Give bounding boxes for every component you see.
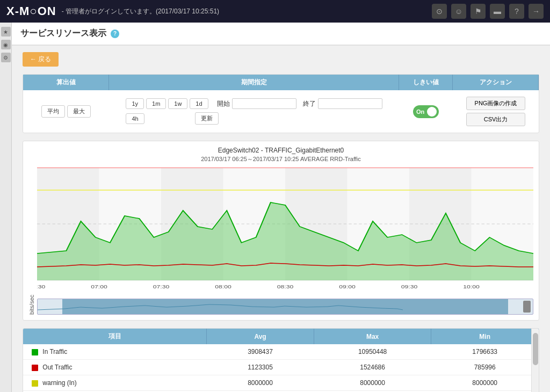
- shikii-cell: On: [399, 103, 453, 120]
- period-1w[interactable]: 1w: [168, 98, 187, 109]
- cell-avg: 8000000: [207, 375, 314, 391]
- flag-icon[interactable]: ⚑: [471, 4, 486, 19]
- header-kikan: 期間指定: [109, 75, 399, 90]
- row-color-dot: [32, 365, 38, 371]
- row-color-dot: [32, 380, 38, 387]
- svg-text:07:00: 07:00: [91, 284, 107, 289]
- end-input[interactable]: [318, 98, 382, 109]
- col-header-min: Min: [431, 329, 539, 344]
- svg-text:08:00: 08:00: [215, 284, 231, 289]
- user-icon[interactable]: ☺: [451, 4, 466, 19]
- start-input[interactable]: [232, 98, 296, 109]
- period-4h[interactable]: 4h: [126, 113, 144, 124]
- scrollbar-thumb[interactable]: [533, 333, 538, 365]
- col-header-item: 項目: [23, 329, 207, 344]
- start-label: 開始: [217, 99, 230, 108]
- svg-text:08:30: 08:30: [277, 284, 294, 289]
- cell-label: In Traffic: [23, 344, 207, 360]
- control-panel: 算出値 期間指定 しきい値 アクション 平均 最大 1y 1m: [23, 74, 539, 133]
- sidebar-eye-icon[interactable]: ◉: [1, 40, 11, 49]
- logout-icon[interactable]: →: [529, 4, 544, 19]
- png-button[interactable]: PNG画像の作成: [466, 97, 525, 110]
- svg-text:07:30: 07:30: [153, 284, 170, 289]
- header-subtitle: - 管理者がログインしています。(2017/03/17 10:25:51): [62, 7, 219, 16]
- header-shikii: しきい値: [399, 75, 453, 90]
- help-icon[interactable]: ?: [509, 4, 524, 19]
- table-row: Out Traffic 1123305 1524686 785996: [23, 360, 539, 375]
- logo: X-M○ON: [6, 4, 56, 18]
- table-scrollbar[interactable]: [531, 329, 539, 392]
- cell-min: 1796633: [431, 344, 539, 360]
- table-body: In Traffic 3908437 10950448 1796633 Out …: [23, 344, 539, 392]
- svg-text:06:30: 06:30: [37, 284, 45, 289]
- header-icons: ⊙ ☺ ⚑ ▬ ? →: [432, 4, 544, 19]
- threshold-toggle[interactable]: On: [413, 105, 439, 118]
- page-title-bar: サービスリソース表示 ?: [12, 23, 550, 46]
- cell-avg: 3908437: [207, 344, 314, 360]
- range-slider[interactable]: [37, 299, 533, 315]
- chart-svg-area: 10M 5M 0 06:30 07:00 07:30 08:00 08: [37, 168, 533, 315]
- svg-text:09:00: 09:00: [339, 284, 356, 289]
- chart-wrapper: bits/sec: [28, 168, 533, 315]
- svg-text:10:00: 10:00: [463, 284, 480, 289]
- col-header-avg: Avg: [207, 329, 314, 344]
- row-color-dot: [32, 349, 38, 355]
- max-button[interactable]: 最大: [67, 105, 91, 118]
- cell-avg: 1123305: [207, 360, 314, 375]
- cell-min: 8000000: [431, 375, 539, 391]
- monitor-icon[interactable]: ▬: [490, 4, 505, 19]
- control-body-row: 平均 最大 1y 1m 1w 1d 開始 終了: [23, 90, 539, 133]
- svg-text:09:30: 09:30: [401, 284, 418, 289]
- sanshutsuchi-cell: 平均 最大: [23, 103, 109, 120]
- chart-title: EdgeSwitch02 - TRAFFIC_GigabitEthernet0: [28, 147, 533, 154]
- data-table-wrapper: 項目 Avg Max Min In Traffic 3908437 109504…: [23, 328, 539, 392]
- back-button[interactable]: ← 戻る: [23, 52, 59, 67]
- avg-button[interactable]: 平均: [41, 105, 65, 118]
- period-1y[interactable]: 1y: [126, 98, 144, 109]
- page-title: サービスリソース表示: [20, 28, 106, 39]
- header: X-M○ON - 管理者がログインしています。(2017/03/17 10:25…: [0, 0, 550, 23]
- row-label: In Traffic: [42, 348, 67, 355]
- header-action: アクション: [453, 75, 539, 90]
- cell-max: 1524686: [314, 360, 431, 375]
- period-1d[interactable]: 1d: [190, 98, 208, 109]
- control-header-row: 算出値 期間指定 しきい値 アクション: [23, 75, 539, 90]
- period-1m[interactable]: 1m: [146, 98, 166, 109]
- csv-button[interactable]: CSV出力: [466, 113, 525, 126]
- page-help-icon[interactable]: ?: [111, 30, 119, 38]
- cell-min: 785996: [431, 360, 539, 375]
- table-row: warning (In) 8000000 8000000 8000000: [23, 375, 539, 391]
- cell-max: 8000000: [314, 375, 431, 391]
- sidebar: ★ ◉ ⚙: [0, 23, 12, 392]
- content: ← 戻る 算出値 期間指定 しきい値 アクション 平均 最大 1y: [12, 46, 550, 392]
- period-bottom: 4h 更新: [126, 112, 218, 125]
- main: サービスリソース表示 ? ← 戻る 算出値 期間指定 しきい値 アクション 平均…: [12, 23, 550, 392]
- row-label: Out Traffic: [42, 364, 72, 371]
- range-handle[interactable]: [523, 301, 531, 313]
- data-table: 項目 Avg Max Min In Traffic 3908437 109504…: [23, 329, 539, 392]
- row-label: warning (In): [42, 379, 76, 387]
- cell-label: warning (In): [23, 375, 207, 391]
- col-header-max: Max: [314, 329, 431, 344]
- cell-label: Out Traffic: [23, 360, 207, 375]
- toggle-label: On: [416, 108, 424, 115]
- y-axis-label: bits/sec: [28, 168, 35, 315]
- period-top: 1y 1m 1w 1d 開始 終了: [126, 98, 382, 109]
- chart-container: EdgeSwitch02 - TRAFFIC_GigabitEthernet0 …: [23, 141, 539, 321]
- header-sanshutsuchi: 算出値: [23, 75, 109, 90]
- chart-subtitle: 2017/03/17 06:25～2017/03/17 10:25 AVERAG…: [28, 155, 533, 163]
- update-button[interactable]: 更新: [195, 112, 219, 125]
- table-row: In Traffic 3908437 10950448 1796633: [23, 344, 539, 360]
- sidebar-star-icon[interactable]: ★: [1, 27, 11, 37]
- sidebar-gear-icon[interactable]: ⚙: [1, 53, 11, 62]
- kikan-cell: 1y 1m 1w 1d 開始 終了 4h 更新: [109, 96, 399, 127]
- db-icon[interactable]: ⊙: [432, 4, 447, 19]
- toggle-knob: [427, 107, 437, 117]
- period-row: 1y 1m 1w 1d 開始 終了 4h 更新: [126, 98, 382, 125]
- action-cell: PNG画像の作成 CSV出力: [453, 95, 539, 128]
- end-label: 終了: [303, 99, 316, 108]
- cell-max: 10950448: [314, 344, 431, 360]
